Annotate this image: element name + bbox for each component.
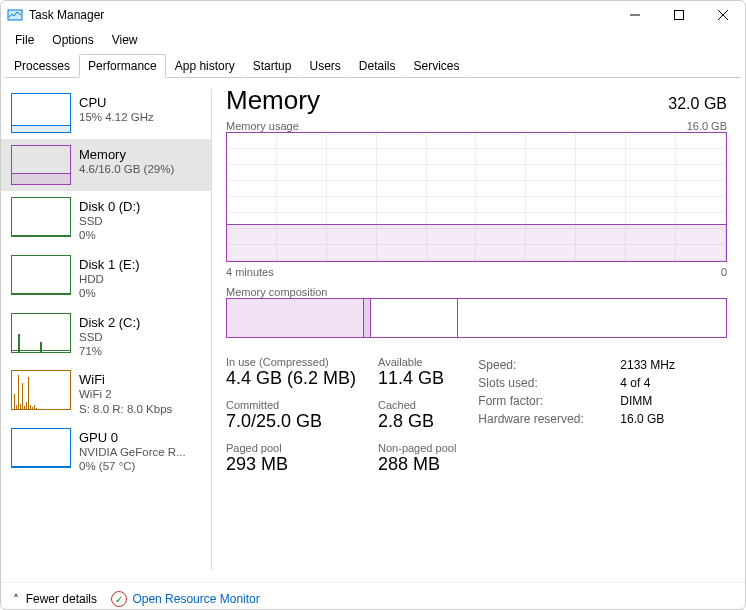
tab-processes[interactable]: Processes [5, 54, 79, 78]
committed-label: Committed [226, 399, 356, 411]
chevron-up-icon: ˄ [13, 593, 19, 607]
menu-view[interactable]: View [104, 31, 146, 49]
hw-key: Hardware reserved: [478, 410, 596, 428]
disk2-sub1: SSD [79, 330, 140, 344]
tab-performance[interactable]: Performance [79, 54, 166, 78]
disk0-title: Disk 0 (D:) [79, 199, 140, 214]
paged-label: Paged pool [226, 442, 356, 454]
wifi-sub1: WiFi 2 [79, 387, 172, 401]
disk1-thumb [11, 255, 71, 295]
cached-label: Cached [378, 399, 456, 411]
disk0-sub1: SSD [79, 214, 140, 228]
disk0-thumb [11, 197, 71, 237]
paged-value: 293 MB [226, 454, 356, 475]
usage-chart-label: Memory usage [226, 120, 299, 132]
tab-apphistory[interactable]: App history [166, 54, 244, 78]
available-label: Available [378, 356, 456, 368]
tab-bar: Processes Performance App history Startu… [1, 53, 745, 77]
sidebar-item-cpu[interactable]: CPU 15% 4.12 GHz [1, 87, 211, 139]
disk1-sub2: 0% [79, 286, 140, 300]
tab-services[interactable]: Services [405, 54, 469, 78]
sidebar: CPU 15% 4.12 GHz Memory 4.6/16.0 GB (29%… [1, 77, 211, 582]
divider [211, 89, 212, 570]
cached-value: 2.8 GB [378, 411, 456, 432]
titlebar: Task Manager [1, 1, 745, 29]
sidebar-item-gpu[interactable]: GPU 0 NVIDIA GeForce R... 0% (57 °C) [1, 422, 211, 480]
speed-val: 2133 MHz [620, 356, 675, 374]
disk2-sub2: 71% [79, 344, 140, 358]
time-axis-right: 0 [721, 266, 727, 278]
sidebar-item-memory[interactable]: Memory 4.6/16.0 GB (29%) [1, 139, 211, 191]
content: CPU 15% 4.12 GHz Memory 4.6/16.0 GB (29%… [1, 77, 745, 582]
disk1-title: Disk 1 (E:) [79, 257, 140, 272]
wifi-title: WiFi [79, 372, 172, 387]
main-panel: Memory 32.0 GB Memory usage 16.0 GB 4 mi… [216, 77, 745, 582]
wifi-sub2: S: 8.0 R: 8.0 Kbps [79, 402, 172, 416]
memory-title: Memory [79, 147, 174, 162]
disk2-title: Disk 2 (C:) [79, 315, 140, 330]
cpu-sub: 15% 4.12 GHz [79, 110, 154, 124]
inuse-label: In use (Compressed) [226, 356, 356, 368]
window-controls [613, 1, 745, 29]
minimize-button[interactable] [613, 1, 657, 29]
capacity-label: 32.0 GB [668, 95, 727, 113]
comp-free [458, 299, 726, 337]
memory-usage-chart[interactable] [226, 132, 727, 262]
wifi-thumb [11, 370, 71, 410]
spec-table: Speed:2133 MHz Slots used:4 of 4 Form fa… [478, 356, 675, 485]
page-title: Memory [226, 85, 320, 116]
cpu-title: CPU [79, 95, 154, 110]
window-title: Task Manager [29, 8, 104, 22]
disk2-thumb [11, 313, 71, 353]
committed-value: 7.0/25.0 GB [226, 411, 356, 432]
memory-thumb [11, 145, 71, 185]
usage-chart-max: 16.0 GB [687, 120, 727, 132]
maximize-button[interactable] [657, 1, 701, 29]
inuse-value: 4.4 GB (6.2 MB) [226, 368, 356, 389]
gpu-sub1: NVIDIA GeForce R... [79, 445, 186, 459]
form-val: DIMM [620, 392, 652, 410]
footer: ˄ Fewer details ✓ Open Resource Monitor [1, 582, 745, 610]
slots-key: Slots used: [478, 374, 596, 392]
sidebar-item-wifi[interactable]: WiFi WiFi 2 S: 8.0 R: 8.0 Kbps [1, 364, 211, 422]
svg-rect-2 [675, 11, 684, 20]
disk0-sub2: 0% [79, 228, 140, 242]
sidebar-item-disk2[interactable]: Disk 2 (C:) SSD 71% [1, 307, 211, 365]
tab-users[interactable]: Users [300, 54, 349, 78]
gpu-title: GPU 0 [79, 430, 186, 445]
memory-composition-chart[interactable] [226, 298, 727, 338]
hw-val: 16.0 GB [620, 410, 664, 428]
gpu-sub2: 0% (57 °C) [79, 459, 186, 473]
nonpaged-value: 288 MB [378, 454, 456, 475]
slots-val: 4 of 4 [620, 374, 650, 392]
available-value: 11.4 GB [378, 368, 456, 389]
tab-startup[interactable]: Startup [244, 54, 301, 78]
menu-file[interactable]: File [7, 31, 42, 49]
cpu-thumb [11, 93, 71, 133]
open-resource-monitor-link[interactable]: ✓ Open Resource Monitor [111, 591, 260, 607]
fewer-details-label: Fewer details [26, 592, 97, 606]
orm-label: Open Resource Monitor [132, 592, 259, 606]
sidebar-item-disk0[interactable]: Disk 0 (D:) SSD 0% [1, 191, 211, 249]
composition-label: Memory composition [226, 286, 327, 298]
close-button[interactable] [701, 1, 745, 29]
comp-standby [371, 299, 458, 337]
comp-inuse [227, 299, 364, 337]
sidebar-item-disk1[interactable]: Disk 1 (E:) HDD 0% [1, 249, 211, 307]
menubar: File Options View [1, 29, 745, 53]
menu-options[interactable]: Options [44, 31, 101, 49]
resource-monitor-icon: ✓ [111, 591, 127, 607]
gpu-thumb [11, 428, 71, 468]
speed-key: Speed: [478, 356, 596, 374]
disk1-sub1: HDD [79, 272, 140, 286]
nonpaged-label: Non-paged pool [378, 442, 456, 454]
form-key: Form factor: [478, 392, 596, 410]
memory-sub: 4.6/16.0 GB (29%) [79, 162, 174, 176]
fewer-details-button[interactable]: ˄ Fewer details [13, 592, 97, 606]
tab-details[interactable]: Details [350, 54, 405, 78]
time-axis-left: 4 minutes [226, 266, 274, 278]
app-icon [7, 7, 23, 23]
